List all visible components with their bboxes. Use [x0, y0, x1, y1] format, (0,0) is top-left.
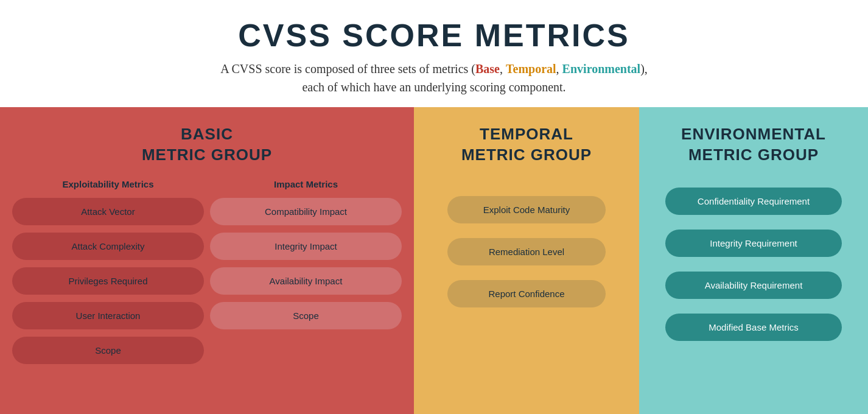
exploitability-column: Exploitability Metrics Attack Vector Att… [12, 179, 204, 371]
basic-columns: Exploitability Metrics Attack Vector Att… [12, 179, 402, 371]
pill-remediation-level: Remediation Level [447, 238, 606, 265]
pill-report-confidence: Report Confidence [447, 280, 606, 307]
subtitle-end: ), [640, 62, 648, 75]
basic-metric-group: BASICMETRIC GROUP Exploitability Metrics… [0, 107, 414, 414]
subtitle-plain: A CVSS score is composed of three sets o… [220, 62, 475, 75]
temporal-metric-group: TEMPORALMETRIC GROUP Exploit Code Maturi… [414, 107, 639, 414]
subtitle-comma1: , [500, 62, 506, 75]
pill-user-interaction: User Interaction [12, 302, 204, 329]
temporal-label: Temporal [506, 62, 556, 75]
header-section: CVSS SCORE METRICS A CVSS score is compo… [0, 0, 868, 107]
pill-scope-exploitability: Scope [12, 337, 204, 364]
page-title: CVSS SCORE METRICS [12, 17, 856, 54]
pill-integrity-requirement: Integrity Requirement [665, 230, 842, 257]
pill-integrity-impact: Integrity Impact [210, 233, 402, 260]
env-title: ENVIRONMENTALMETRIC GROUP [651, 124, 856, 166]
pill-modified-base-metrics: Modified Base Metrics [665, 314, 842, 341]
impact-header: Impact Metrics [210, 179, 402, 189]
env-label: Environmental [562, 62, 641, 75]
pill-availability-impact: Availability Impact [210, 267, 402, 295]
base-label: Base [475, 62, 500, 75]
subtitle-line2: each of which have an underlying scoring… [302, 80, 565, 94]
subtitle: A CVSS score is composed of three sets o… [12, 60, 856, 96]
panels-container: BASICMETRIC GROUP Exploitability Metrics… [0, 107, 868, 414]
pill-attack-complexity: Attack Complexity [12, 233, 204, 260]
pill-confidentiality-requirement: Confidentiality Requirement [665, 188, 842, 215]
subtitle-comma2: , [556, 62, 562, 75]
env-pills: Confidentiality Requirement Integrity Re… [651, 188, 856, 348]
basic-title: BASICMETRIC GROUP [12, 124, 402, 166]
pill-compatibility-impact: Compatibility Impact [210, 198, 402, 225]
impact-column: Impact Metrics Compatibility Impact Inte… [210, 179, 402, 371]
exploitability-header: Exploitability Metrics [12, 179, 204, 189]
pill-availability-requirement: Availability Requirement [665, 272, 842, 299]
environmental-metric-group: ENVIRONMENTALMETRIC GROUP Confidentialit… [639, 107, 868, 414]
page: CVSS SCORE METRICS A CVSS score is compo… [0, 0, 868, 414]
pill-scope-impact: Scope [210, 302, 402, 329]
pill-privileges-required: Privileges Required [12, 267, 204, 295]
temporal-pills: Exploit Code Maturity Remediation Level … [426, 196, 627, 315]
pill-attack-vector: Attack Vector [12, 198, 204, 225]
pill-exploit-code-maturity: Exploit Code Maturity [447, 196, 606, 223]
temporal-title: TEMPORALMETRIC GROUP [426, 124, 627, 166]
